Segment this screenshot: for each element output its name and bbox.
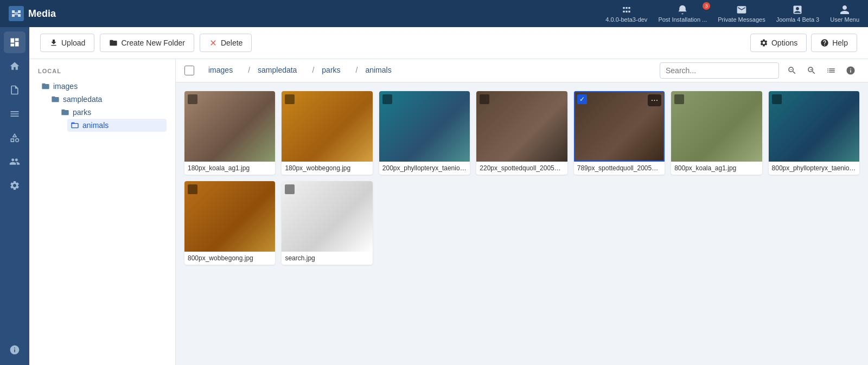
topnav-actions: 4.0.0-beta3-dev 3 Post Installation ... … (605, 4, 859, 23)
filetree-label: LOCAL (38, 68, 167, 74)
media-item-1[interactable]: 180px_wobbegong.jpg (282, 91, 372, 175)
media-item-5[interactable]: 800px_koala_ag1.jpg (671, 91, 762, 175)
delete-button[interactable]: Delete (200, 34, 252, 52)
joomla-menu-action[interactable]: 4.0.0-beta3-dev (605, 4, 647, 23)
app-logo[interactable]: Media (9, 6, 56, 21)
tree-item-images[interactable]: images (38, 80, 167, 93)
tree-item-parks[interactable]: parks (58, 106, 167, 119)
media-name-4: 789px_spottedquoll_2005_s... (574, 162, 665, 175)
media-thumb-6 (769, 91, 859, 162)
toolbar: Upload Create New Folder Delete (29, 27, 868, 59)
delete-icon (209, 39, 218, 47)
zoom-in-button[interactable] (803, 62, 820, 79)
info-view-button[interactable] (842, 62, 859, 79)
main-layout: Upload Create New Folder Delete (0, 27, 868, 365)
media-thumb-7 (184, 181, 275, 252)
user-menu-action[interactable]: User Menu (830, 4, 859, 23)
joomla-beta-action[interactable]: Joomla 4 Beta 3 (776, 4, 820, 23)
notifications-action[interactable]: 3 Post Installation ... (658, 4, 707, 23)
tab-parks[interactable]: parks (304, 59, 348, 82)
sidebar-item-dashboard[interactable] (4, 31, 25, 53)
media-select-8[interactable] (285, 184, 295, 194)
options-button[interactable]: Options (750, 34, 807, 52)
help-icon (820, 39, 829, 47)
sidebar-item-info[interactable] (4, 339, 25, 361)
tree-item-sampledata[interactable]: sampledata (48, 93, 167, 106)
media-thumb-8 (282, 181, 372, 252)
media-item-3[interactable]: 220px_spottedquoll_2005_s... (476, 91, 567, 175)
media-thumb-2 (379, 91, 470, 162)
media-select-3[interactable] (480, 94, 489, 104)
media-select-4[interactable]: ✓ (577, 94, 587, 104)
joomla-icon (9, 6, 24, 21)
folder-icon (109, 39, 118, 47)
media-thumb-4: ✓··· (574, 91, 665, 162)
view-icons (783, 62, 859, 79)
help-button[interactable]: Help (811, 34, 857, 52)
tree-item-animals[interactable]: animals (67, 119, 167, 132)
select-all-checkbox[interactable] (184, 66, 194, 75)
media-name-3: 220px_spottedquoll_2005_s... (476, 162, 567, 175)
upload-button[interactable]: Upload (40, 34, 94, 52)
sidebar-item-users[interactable] (4, 151, 25, 172)
topnav: Media 4.0.0-beta3-dev 3 Post Installatio… (0, 0, 868, 27)
media-thumb-3 (476, 91, 567, 162)
media-name-8: search.jpg (282, 252, 372, 265)
toolbar-right: Options Help (750, 34, 857, 52)
sidebar-item-articles[interactable] (4, 79, 25, 101)
media-name-2: 200px_phyllopteryx_taeniola... (379, 162, 470, 175)
media-name-0: 180px_koala_ag1.jpg (184, 162, 275, 175)
media-select-0[interactable] (188, 94, 197, 104)
media-select-5[interactable] (674, 94, 684, 104)
sidebar (0, 27, 29, 365)
filetree-panel: LOCAL images sampledata parks (29, 59, 176, 365)
messages-action[interactable]: Private Messages (718, 4, 765, 23)
sidebar-item-components[interactable] (4, 127, 25, 149)
sidebar-item-menu[interactable] (4, 103, 25, 125)
upload-icon (49, 39, 58, 47)
media-name-7: 800px_wobbegong.jpg (184, 252, 275, 265)
media-item-8[interactable]: search.jpg (282, 181, 372, 265)
media-select-2[interactable] (382, 94, 392, 104)
media-thumb-0 (184, 91, 275, 162)
media-name-6: 800px_phyllopteryx_taeniola... (769, 162, 859, 175)
folder-closed-icon-3 (61, 108, 69, 117)
media-select-7[interactable] (188, 184, 197, 194)
media-select-1[interactable] (285, 94, 295, 104)
media-select-6[interactable] (772, 94, 782, 104)
tab-sampledata[interactable]: sampledata (240, 59, 304, 82)
folder-open-icon (71, 121, 79, 130)
tab-images[interactable]: images (201, 59, 240, 82)
search-input[interactable] (660, 62, 779, 79)
media-item-7[interactable]: 800px_wobbegong.jpg (184, 181, 275, 265)
media-item-2[interactable]: 200px_phyllopteryx_taeniola... (379, 91, 470, 175)
media-name-1: 180px_wobbegong.jpg (282, 162, 372, 175)
tabs-bar: images sampledata parks animals (176, 59, 868, 82)
media-grid-area: images sampledata parks animals (176, 59, 868, 365)
folder-closed-icon-2 (51, 95, 60, 104)
media-item-6[interactable]: 800px_phyllopteryx_taeniola... (769, 91, 859, 175)
media-thumb-1 (282, 91, 372, 162)
media-name-5: 800px_koala_ag1.jpg (671, 162, 762, 175)
media-item-4[interactable]: ✓···789px_spottedquoll_2005_s... (574, 91, 665, 175)
options-gear-icon (760, 39, 768, 47)
zoom-out-button[interactable] (783, 62, 801, 79)
folder-closed-icon (41, 82, 50, 91)
tab-animals[interactable]: animals (348, 59, 399, 82)
list-view-button[interactable] (822, 62, 840, 79)
media-more-4[interactable]: ··· (648, 94, 661, 106)
sidebar-item-settings[interactable] (4, 175, 25, 196)
create-folder-button[interactable]: Create New Folder (100, 34, 194, 52)
media-thumb-5 (671, 91, 762, 162)
sidebar-item-home[interactable] (4, 55, 25, 77)
media-item-0[interactable]: 180px_koala_ag1.jpg (184, 91, 275, 175)
body-split: LOCAL images sampledata parks (29, 59, 868, 365)
media-grid: 180px_koala_ag1.jpg180px_wobbegong.jpg20… (176, 82, 868, 365)
content-area: Upload Create New Folder Delete (29, 27, 868, 365)
